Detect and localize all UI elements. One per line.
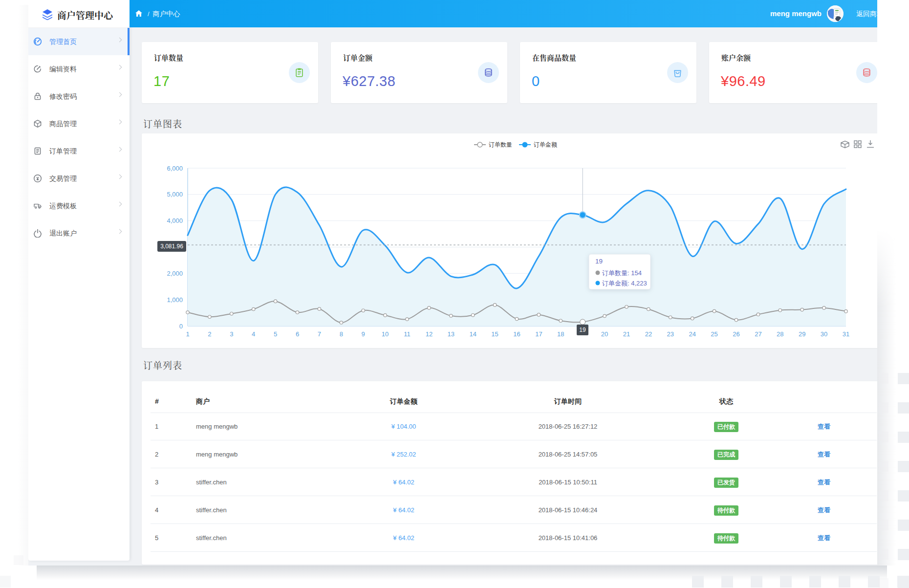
svg-text:16: 16 <box>513 330 520 338</box>
svg-text:23: 23 <box>667 330 674 338</box>
svg-text:11: 11 <box>404 330 411 338</box>
svg-text:1,000: 1,000 <box>167 296 183 304</box>
svg-text:1: 1 <box>186 330 189 338</box>
svg-text:5: 5 <box>274 330 277 338</box>
svg-text:24: 24 <box>689 330 695 338</box>
svg-text:31: 31 <box>843 330 849 338</box>
svg-text:22: 22 <box>645 330 652 338</box>
svg-text:12: 12 <box>426 330 433 338</box>
svg-text:28: 28 <box>777 330 783 338</box>
svg-text:19: 19 <box>579 327 586 333</box>
svg-text:30: 30 <box>821 330 827 338</box>
svg-text:订单数量: 订单数量 <box>489 141 512 148</box>
svg-text:6,000: 6,000 <box>167 165 183 172</box>
svg-text:26: 26 <box>733 330 739 338</box>
svg-text:2: 2 <box>208 330 211 338</box>
svg-text:6: 6 <box>296 330 299 338</box>
svg-text:3: 3 <box>230 330 233 338</box>
svg-text:2,000: 2,000 <box>167 270 183 277</box>
svg-text:0: 0 <box>179 323 183 330</box>
svg-text:订单金额: 4,223: 订单金额: 4,223 <box>602 280 647 287</box>
svg-text:21: 21 <box>623 330 630 338</box>
svg-text:27: 27 <box>755 330 761 338</box>
svg-text:14: 14 <box>469 330 476 338</box>
svg-text:18: 18 <box>557 330 564 338</box>
svg-text:20: 20 <box>601 330 608 338</box>
svg-text:7: 7 <box>318 330 321 338</box>
svg-text:17: 17 <box>535 330 542 338</box>
svg-text:4,000: 4,000 <box>167 217 183 224</box>
svg-text:15: 15 <box>491 330 498 338</box>
svg-text:4: 4 <box>252 330 255 338</box>
svg-text:25: 25 <box>711 330 717 338</box>
svg-text:19: 19 <box>595 258 603 265</box>
svg-text:订单数量: 154: 订单数量: 154 <box>602 269 642 277</box>
svg-text:29: 29 <box>799 330 805 338</box>
svg-text:8: 8 <box>340 330 343 338</box>
svg-text:10: 10 <box>382 330 389 338</box>
svg-text:9: 9 <box>362 330 365 338</box>
svg-text:13: 13 <box>448 330 454 338</box>
svg-text:3,081.96: 3,081.96 <box>160 243 183 250</box>
svg-text:订单金额: 订单金额 <box>534 141 557 148</box>
svg-text:5,000: 5,000 <box>167 191 183 198</box>
